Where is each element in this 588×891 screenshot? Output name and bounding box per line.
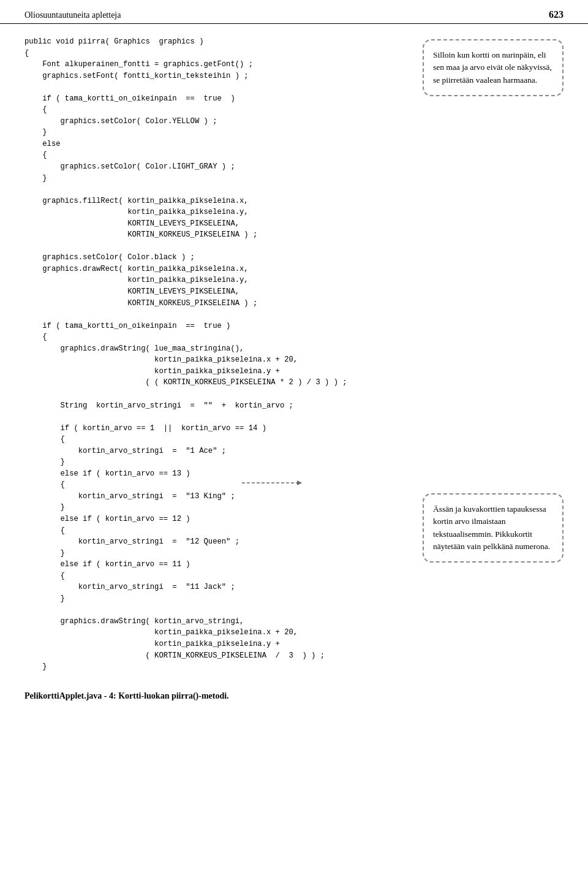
caption-text: PelikorttiApplet.java - 4: Kortti-luokan…: [24, 691, 229, 700]
callout-top-box: Silloin kun kortti on nurinpäin, eli sen…: [423, 39, 564, 96]
code-middle-section: } else if ( kortin_arvo == 13 ) { kortin…: [24, 457, 410, 604]
callout-bottom-box: Ässän ja kuvakorttien tapauksessa kortin…: [423, 493, 564, 563]
right-notes-top: Silloin kun kortti on nurinpäin, eli sen…: [423, 36, 564, 457]
callout-bottom-text: Ässän ja kuvakorttien tapauksessa kortin…: [433, 504, 550, 551]
right-notes-bottom: Ässän ja kuvakorttien tapauksessa kortin…: [423, 457, 564, 604]
code-top-section: public void piirra( Graphics graphics ) …: [24, 36, 410, 457]
callout-top-text: Silloin kun kortti on nurinpäin, eli sen…: [433, 50, 552, 85]
arrow-ace-svg: [242, 477, 315, 489]
code-top: public void piirra( Graphics graphics ) …: [24, 36, 410, 457]
code-bottom: graphics.drawString( kortin_arvo_stringi…: [24, 604, 564, 672]
code-bottom-section: graphics.drawString( kortin_arvo_stringi…: [0, 604, 588, 684]
svg-marker-3: [297, 480, 302, 485]
code-middle: } else if ( kortin_arvo == 13 ) { kortin…: [24, 457, 410, 604]
arrow-top-svg: [0, 119, 12, 144]
chapter-title: Oliosuuntautuneita apletteja: [24, 10, 121, 20]
page-number: 623: [549, 9, 564, 20]
page-header: Oliosuuntautuneita apletteja 623: [0, 0, 588, 24]
page-caption: PelikorttiApplet.java - 4: Kortti-luokan…: [0, 691, 588, 713]
